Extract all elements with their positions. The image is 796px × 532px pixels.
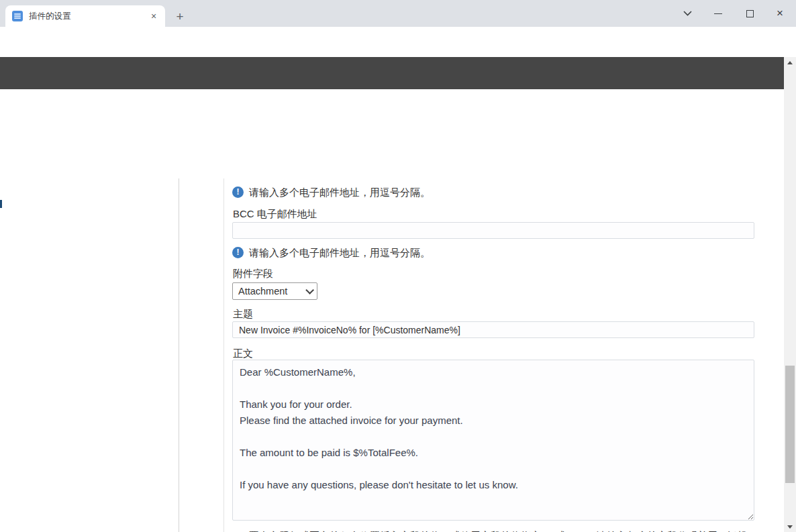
chevron-down-icon xyxy=(305,286,314,295)
tab-search-chevron-icon[interactable] xyxy=(678,5,697,21)
attachment-select-value: Attachment xyxy=(238,286,287,297)
tab-title: 插件的设置 xyxy=(29,11,148,22)
tab-close-icon[interactable]: × xyxy=(148,10,160,22)
plugin-config-page: ! 请输入多个电子邮件地址，用逗号分隔。 BCC 电子邮件地址 ! 请输入多个电… xyxy=(0,89,784,532)
attachment-field-select[interactable]: Attachment xyxy=(232,282,317,300)
window-maximize-button[interactable] xyxy=(740,5,759,21)
info-icon: ! xyxy=(232,187,244,198)
browser-tab[interactable]: 插件的设置 × xyxy=(5,5,165,27)
subject-input[interactable] xyxy=(232,321,754,338)
scrollbar-thumb[interactable] xyxy=(785,366,795,483)
browser-toolbar: pandafirm.cybozu.com/k/admin/app/1816/pl… xyxy=(0,27,796,57)
body-textarea[interactable]: Dear %CustomerName%, Thank you for your … xyxy=(232,360,754,521)
body-label: 正文 xyxy=(233,348,253,360)
bcc-label: BCC 电子邮件地址 xyxy=(233,208,317,221)
sidebar-focus-marker xyxy=(0,200,2,208)
browser-window: 插件的设置 × + × pandafirm.cybozu.com xyxy=(0,0,796,532)
subject-label: 主题 xyxy=(233,308,253,321)
tab-favicon-icon xyxy=(12,11,23,21)
new-tab-button[interactable]: + xyxy=(173,11,187,24)
sidebar-divider xyxy=(179,178,179,532)
attachment-field-label: 附件字段 xyxy=(233,268,273,280)
browser-titlebar: 插件的设置 × + × xyxy=(0,0,796,27)
window-minimize-button[interactable] xyxy=(709,5,728,21)
bcc-input[interactable] xyxy=(232,222,754,239)
scrollbar-up-arrow[interactable] xyxy=(784,57,796,68)
info-message-bcc-bottom: ! 请输入多个电子邮件地址，用逗号分隔。 xyxy=(232,247,754,258)
info-icon: ! xyxy=(232,247,244,258)
kintone-header: 21 ★ ? xyxy=(0,57,784,89)
scrollbar-down-arrow[interactable] xyxy=(784,521,796,532)
content-left-border xyxy=(223,178,224,532)
info-message-bcc-top: ! 请输入多个电子邮件地址，用逗号分隔。 xyxy=(232,187,754,198)
window-close-button[interactable]: × xyxy=(770,5,789,21)
